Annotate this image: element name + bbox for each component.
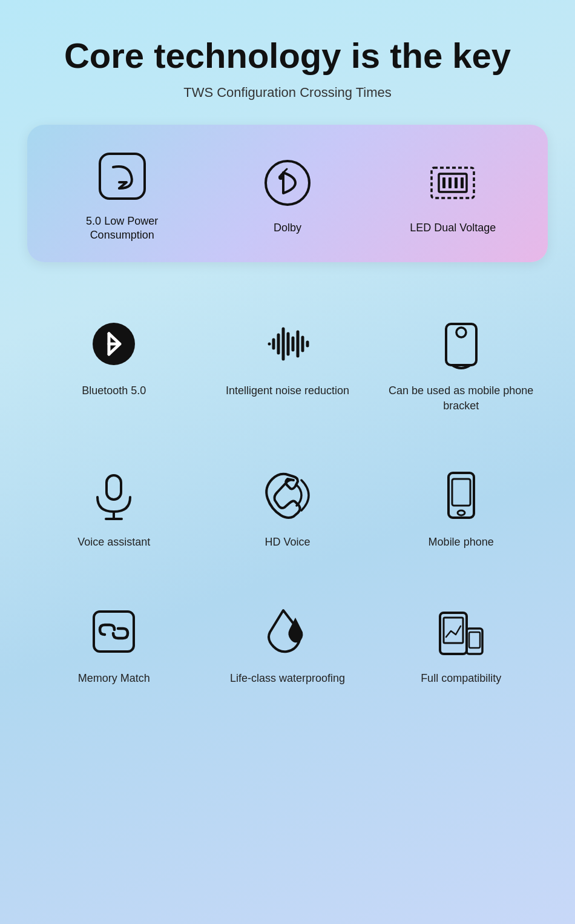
grid-item-hd-voice: HD Voice [201,450,375,562]
mobile-phone-label: Mobile phone [429,535,494,550]
svg-point-1 [266,161,309,205]
noise-reduction-label: Intelligent noise reduction [226,383,349,398]
grid-item-voice-assistant: Voice assistant [27,450,201,562]
svg-rect-33 [469,632,480,648]
led-label: LED Dual Voltage [410,221,496,235]
svg-rect-9 [461,177,464,188]
svg-rect-0 [100,154,145,199]
svg-rect-6 [442,177,445,188]
grid-row-3: Memory Match Life-class waterproofing [27,586,548,698]
svg-point-22 [456,328,466,337]
main-title: Core technology is the key [64,36,511,75]
grid-item-compatibility: Full compatibility [374,586,548,698]
feature-card-item-low-power: 5.0 Low Power Consumption [62,149,183,243]
grid-row-1: Bluetooth 5.0 Intelligent noise reductio… [27,299,548,426]
dolby-label: Dolby [274,221,301,235]
hd-voice-label: HD Voice [264,535,310,550]
voice-assistant-label: Voice assistant [77,535,150,550]
grid-row-2: Voice assistant HD Voice [27,450,548,562]
grid-item-phone-bracket: Can be used as mobile phone bracket [374,299,548,426]
phone-bracket-icon [434,317,488,371]
hd-voice-icon [260,468,315,523]
low-power-label: 5.0 Low Power Consumption [62,214,183,243]
grid-item-noise-reduction: Intelligent noise reduction [201,299,375,426]
feature-card-item-dolby: Dolby [227,156,348,235]
svg-rect-7 [448,177,452,188]
phone-bracket-label: Can be used as mobile phone bracket [380,383,542,414]
bluetooth-label: Bluetooth 5.0 [82,383,146,398]
subtitle: TWS Configuration Crossing Times [183,85,392,101]
bluetooth-icon [87,317,141,371]
compatibility-label: Full compatibility [421,671,501,686]
svg-rect-8 [455,177,458,188]
memory-match-label: Memory Match [78,671,150,686]
waterproofing-label: Life-class waterproofing [230,671,345,686]
memory-match-icon [87,604,141,659]
compatibility-icon [434,604,488,659]
feature-card-item-led: LED Dual Voltage [392,156,513,235]
svg-rect-27 [452,479,470,506]
led-icon [426,156,480,210]
svg-rect-23 [107,475,121,500]
voice-assistant-icon [87,468,141,523]
dolby-icon [260,156,315,210]
grid-item-mobile-phone: Mobile phone [374,450,548,562]
mobile-phone-icon [434,468,488,523]
feature-card: 5.0 Low Power Consumption Dolby [27,125,548,262]
noise-reduction-icon [260,317,315,371]
svg-point-28 [458,510,465,515]
low-power-icon [95,149,150,203]
grid-item-bluetooth: Bluetooth 5.0 [27,299,201,426]
svg-rect-31 [444,618,463,643]
grid-item-memory-match: Memory Match [27,586,201,698]
grid-item-waterproofing: Life-class waterproofing [201,586,375,698]
waterproofing-icon [260,604,315,659]
svg-rect-21 [446,324,476,365]
